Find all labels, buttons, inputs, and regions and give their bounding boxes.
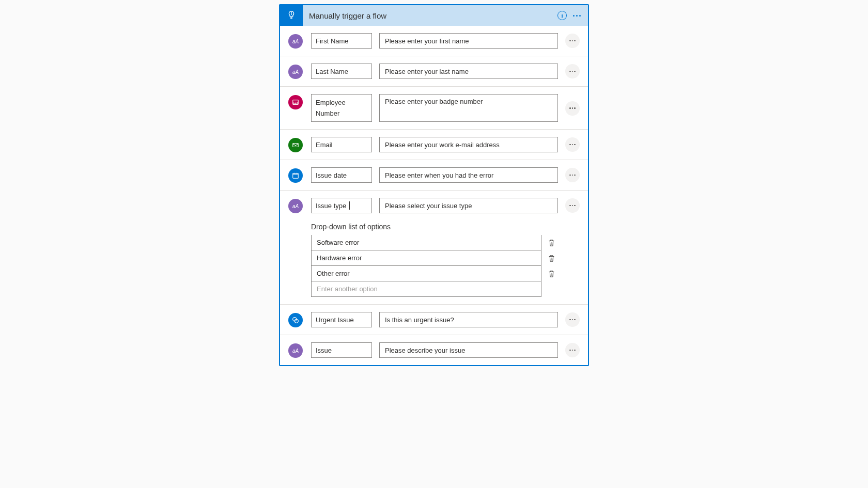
more-icon	[573, 15, 581, 17]
header-more-button[interactable]	[569, 8, 584, 23]
info-icon: i	[557, 11, 567, 20]
input-description[interactable]: Please enter your first name	[379, 33, 558, 49]
svg-point-0	[291, 14, 292, 15]
input-row: 123 Employee Number Please enter your ba…	[280, 87, 588, 130]
row-more-button[interactable]	[565, 168, 580, 182]
input-label[interactable]: Issue	[311, 342, 372, 358]
yesno-type-icon	[288, 313, 303, 327]
trash-icon	[548, 255, 555, 262]
input-row: Issue date Please enter when you had the…	[280, 160, 588, 191]
input-row: aA Issue type Please select your issue t…	[280, 191, 588, 305]
text-cursor	[349, 201, 350, 210]
input-label[interactable]: Issue date	[311, 167, 372, 183]
input-description[interactable]: Please describe your issue	[379, 342, 558, 358]
input-row: Urgent Issue Is this an urgent issue?	[280, 305, 588, 335]
delete-option-button[interactable]	[545, 235, 558, 250]
input-row: aA Issue Please describe your issue	[280, 335, 588, 365]
dropdown-option-row-new: Enter another option	[311, 281, 558, 297]
info-button[interactable]: i	[555, 8, 569, 23]
input-label[interactable]: Urgent Issue	[311, 312, 372, 327]
input-row: Email Please enter your work e-mail addr…	[280, 130, 588, 160]
delete-option-button[interactable]	[545, 266, 558, 281]
input-label[interactable]: Issue type	[311, 198, 372, 213]
svg-rect-3	[293, 144, 299, 147]
label-text: Issue type	[316, 202, 346, 210]
dropdown-options-section: Drop-down list of options Software error…	[311, 223, 580, 297]
delete-option-button[interactable]	[545, 250, 558, 266]
input-row: aA Last Name Please enter your last name	[280, 56, 588, 87]
input-description[interactable]: Please enter your badge number	[379, 94, 558, 122]
dropdown-add-option-input[interactable]: Enter another option	[311, 281, 541, 297]
dropdown-option-input[interactable]: Other error	[311, 266, 541, 281]
text-type-icon: aA	[288, 343, 303, 358]
input-description[interactable]: Please select your issue type	[379, 198, 558, 213]
input-description[interactable]: Please enter your work e-mail address	[379, 137, 558, 152]
dropdown-section-title: Drop-down list of options	[311, 223, 558, 231]
row-more-button[interactable]	[565, 198, 580, 213]
dropdown-option-row: Software error	[311, 235, 558, 250]
card-header[interactable]: Manually trigger a flow i	[280, 5, 588, 26]
trash-icon	[548, 270, 555, 278]
text-type-icon: aA	[288, 34, 303, 49]
text-type-icon: aA	[288, 65, 303, 79]
card-title: Manually trigger a flow	[309, 11, 555, 20]
svg-text:123: 123	[293, 101, 299, 104]
dropdown-option-input[interactable]: Software error	[311, 235, 541, 250]
trigger-card: Manually trigger a flow i aA First Name …	[279, 4, 589, 366]
date-type-icon	[288, 168, 303, 183]
dropdown-option-row: Other error	[311, 266, 558, 281]
trash-icon	[548, 239, 555, 247]
row-more-button[interactable]	[565, 34, 580, 48]
input-row: aA First Name Please enter your first na…	[280, 26, 588, 56]
trigger-icon	[280, 5, 303, 26]
row-more-button[interactable]	[565, 137, 580, 152]
dropdown-option-row: Hardware error	[311, 250, 558, 266]
row-more-button[interactable]	[565, 343, 580, 357]
input-label[interactable]: Email	[311, 137, 372, 152]
dropdown-option-input[interactable]: Hardware error	[311, 250, 541, 266]
input-label[interactable]: Employee Number	[311, 94, 372, 122]
input-description[interactable]: Please enter when you had the error	[379, 167, 558, 183]
row-more-button[interactable]	[565, 312, 580, 327]
svg-rect-4	[293, 174, 299, 179]
input-description[interactable]: Please enter your last name	[379, 64, 558, 79]
number-type-icon: 123	[288, 95, 303, 109]
text-type-icon: aA	[288, 199, 303, 213]
row-more-button[interactable]	[565, 101, 580, 116]
input-description[interactable]: Is this an urgent issue?	[379, 312, 558, 327]
input-label[interactable]: Last Name	[311, 64, 372, 79]
email-type-icon	[288, 138, 303, 152]
input-label[interactable]: First Name	[311, 33, 372, 49]
row-more-button[interactable]	[565, 64, 580, 78]
